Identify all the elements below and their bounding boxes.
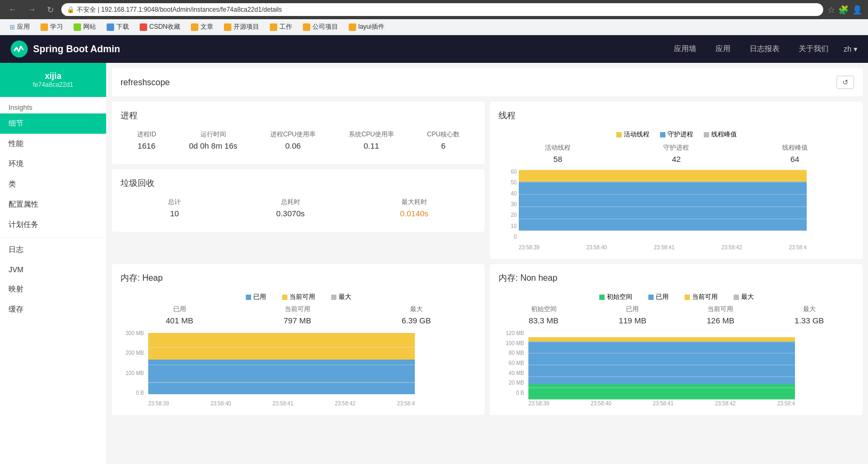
legend-peak-threads: 线程峰值 (704, 130, 737, 139)
process-stats: 进程ID 1616 运行时间 0d 0h 8m 16s 进程CPU使用率 0.0… (120, 130, 476, 150)
heap-available-dot (282, 295, 287, 300)
bookmark-article[interactable]: 文章 (187, 21, 218, 32)
extension-button[interactable]: 🧩 (838, 5, 849, 15)
nonheap-stats: 初始空间 83.3 MB 已用 119 MB 当前可用 126 MB 最大 1.… (499, 305, 854, 325)
sidebar-item-config[interactable]: 配置属性 (0, 194, 106, 215)
heap-card: 内存: Heap 已用 当前可用 最大 (112, 264, 485, 415)
refreshscope-panel: refreshscope ↺ (112, 68, 863, 96)
nonheap-used-value: 119 MB (619, 316, 647, 325)
stat-proc-cpu: 进程CPU使用率 0.06 (270, 130, 316, 150)
heap-y-labels: 300 MB200 MB100 MB0 B (120, 330, 146, 396)
nonheap-chart-svg (528, 330, 795, 400)
threads-card: 线程 活动线程 守护进程 线程峰值 (490, 102, 863, 259)
heap-used-dot (246, 295, 251, 300)
stat-gc-max-label: 最大耗时 (400, 198, 428, 207)
stat-nonheap-avail: 当前可用 126 MB (706, 305, 734, 325)
svg-rect-2 (519, 231, 807, 243)
stat-gc-max-value: 0.0140s (400, 209, 428, 218)
nonheap-init-value: 83.3 MB (529, 316, 559, 325)
bookmark-study[interactable]: 学习 (36, 21, 67, 32)
stat-nonheap-init: 初始空间 83.3 MB (529, 305, 559, 325)
url-text: 不安全 | 192.168.177.1:9048/bootAdmin/insta… (77, 5, 282, 14)
stat-cores: CPU核心数 6 (427, 130, 460, 150)
stat-proc-cpu-label: 进程CPU使用率 (270, 130, 316, 139)
bookmark-csdn[interactable]: CSDN收藏 (135, 21, 184, 32)
stat-heap-max: 最大 6.39 GB (401, 305, 431, 325)
sidebar-divider (0, 237, 106, 238)
bookmark-company[interactable]: 公司项目 (299, 21, 342, 32)
heap-chart-wrap: 300 MB200 MB100 MB0 B 23:58:3923:58:4023 (120, 330, 476, 406)
stat-pid: 进程ID 1616 (137, 130, 156, 150)
bookmark-apps[interactable]: ⊞ 应用 (5, 21, 34, 32)
nav-wall[interactable]: 应用墙 (670, 42, 701, 56)
sidebar-item-environment[interactable]: 环境 (0, 154, 106, 174)
gc-title: 垃圾回收 (120, 178, 476, 189)
bookmark-layui[interactable]: layui插件 (344, 21, 389, 32)
sidebar-item-cache[interactable]: 缓存 (0, 299, 106, 320)
svg-rect-1 (519, 182, 807, 231)
nonheap-legend-used: 已用 (648, 292, 669, 302)
threads-chart-wrap: 6050403020100 (499, 169, 854, 250)
sidebar-item-mapping[interactable]: 映射 (0, 279, 106, 299)
nav-about[interactable]: 关于我们 (794, 42, 833, 56)
refreshscope-title: refreshscope (120, 78, 170, 87)
process-card: 进程 进程ID 1616 运行时间 0d 0h 8m 16s 进程CPU使用率 (112, 102, 485, 164)
profile-button[interactable]: 👤 (852, 5, 863, 15)
nonheap-init-dot (599, 295, 605, 300)
nonheap-max-label: 最大 (794, 305, 824, 314)
stat-sys-cpu-label: 系统CPU使用率 (349, 130, 394, 139)
sidebar-item-classes[interactable]: 类 (0, 174, 106, 194)
refresh-scope-button[interactable]: ↺ (837, 76, 854, 89)
sidebar-item-log[interactable]: 日志 (0, 240, 106, 260)
bookmark-opensource[interactable]: 开源项目 (220, 21, 263, 32)
stat-sys-cpu-value: 0.11 (349, 141, 394, 150)
threads-title: 线程 (499, 110, 854, 121)
heap-max-dot (331, 295, 336, 300)
url-bar[interactable]: 🔒 不安全 | 192.168.177.1:9048/bootAdmin/ins… (61, 3, 823, 16)
bookmark-site[interactable]: 网站 (69, 21, 100, 32)
heap-title: 内存: Heap (120, 273, 476, 284)
threads-y-labels: 6050403020100 (499, 169, 519, 240)
process-title: 进程 (120, 110, 476, 121)
app-title: Spring Boot Admin (33, 44, 120, 55)
star-button[interactable]: ☆ (827, 5, 835, 15)
nonheap-legend-avail: 当前可用 (685, 292, 718, 302)
sidebar-item-performance[interactable]: 性能 (0, 134, 106, 154)
heap-legend-available: 当前可用 (282, 292, 315, 302)
sidebar-item-jvm[interactable]: JVM (0, 260, 106, 279)
bookmark-work[interactable]: 工作 (266, 21, 296, 32)
nonheap-title: 内存: Non heap (499, 273, 854, 284)
stat-heap-used: 已用 401 MB (166, 305, 194, 325)
heap-legend-max: 最大 (331, 292, 351, 302)
forward-button[interactable]: → (25, 4, 39, 15)
stat-gc-total-value: 10 (168, 209, 181, 218)
legend-active-threads: 活动线程 (616, 130, 649, 139)
lang-selector[interactable]: zh ▾ (843, 45, 857, 53)
stat-active-threads: 活动线程 58 (545, 143, 570, 164)
heap-x-labels: 23:58:3923:58:4023:58:4123:58:4223:58:4 (120, 401, 415, 406)
refresh-button[interactable]: ↻ (44, 4, 57, 16)
back-button[interactable]: ← (5, 4, 20, 15)
nonheap-card: 内存: Non heap 初始空间 已用 当前可用 (490, 264, 863, 415)
nonheap-used-dot (648, 295, 654, 300)
nav-apps[interactable]: 应用 (711, 42, 735, 56)
bookmark-download[interactable]: 下载 (102, 21, 133, 32)
stat-heap-avail: 当前可用 797 MB (284, 305, 311, 325)
browser-bar: ← → ↻ 🔒 不安全 | 192.168.177.1:9048/bootAdm… (0, 0, 868, 19)
heap-legend: 已用 当前可用 最大 (120, 292, 476, 302)
nonheap-avail-label: 当前可用 (706, 305, 734, 314)
svg-rect-0 (519, 170, 807, 182)
svg-rect-17 (528, 337, 795, 341)
nonheap-max-dot (734, 295, 739, 300)
sidebar-item-details[interactable]: 细节 (0, 113, 106, 134)
stat-uptime-value: 0d 0h 8m 16s (189, 141, 237, 150)
stat-cores-value: 6 (427, 141, 460, 150)
threads-x-labels: 23:58:3923:58:4023:58:4123:58:4223:58:4 (499, 245, 807, 250)
stat-gc-time-value: 0.3070s (276, 209, 304, 218)
threads-chart-svg (519, 169, 807, 243)
heap-max-value: 6.39 GB (401, 316, 431, 325)
main-content: refreshscope ↺ 进程 进程ID 1616 运行时间 0d 0h (107, 63, 868, 464)
nav-logs[interactable]: 日志报表 (745, 42, 784, 56)
sidebar-item-scheduled[interactable]: 计划任务 (0, 215, 106, 235)
row-process-threads: 进程 进程ID 1616 运行时间 0d 0h 8m 16s 进程CPU使用率 (112, 102, 863, 259)
